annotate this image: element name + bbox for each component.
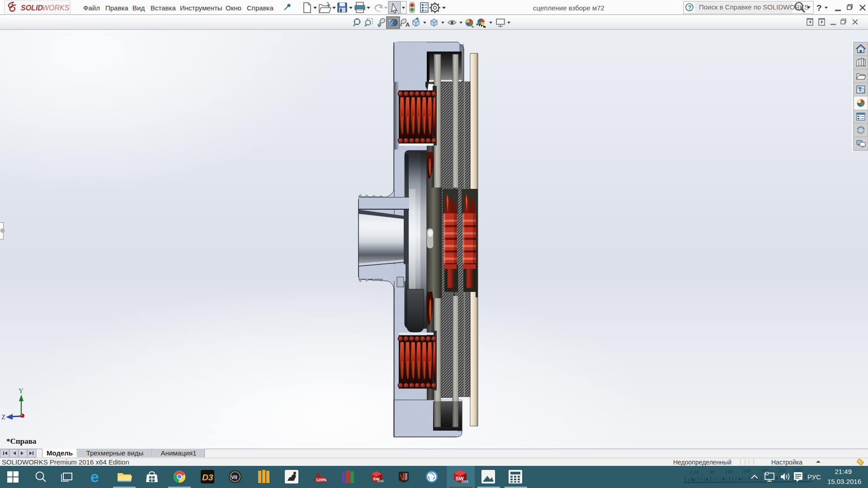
svg-text:Y: Y xyxy=(19,387,24,394)
svg-text:21:49: 21:49 xyxy=(835,468,852,475)
svg-text:220: 220 xyxy=(778,468,786,473)
svg-text:SOLID: SOLID xyxy=(21,4,43,12)
svg-text:2016: 2016 xyxy=(377,479,384,483)
svg-text:Z: Z xyxy=(1,413,5,421)
svg-text:Поиск в Справке по SOLIDWORKS: Поиск в Справке по SOLIDWORKS xyxy=(699,3,809,11)
svg-text:120%: 120% xyxy=(316,478,326,482)
svg-text:140: 140 xyxy=(743,468,751,474)
svg-text:100: 100 xyxy=(725,469,733,474)
svg-text:e: e xyxy=(90,468,99,485)
svg-text:A: A xyxy=(406,21,410,28)
svg-text:D3: D3 xyxy=(202,473,213,482)
svg-text:VII: VII xyxy=(231,474,237,480)
svg-text:0 20: 0 20 xyxy=(690,469,699,475)
svg-text:?: ? xyxy=(816,3,822,13)
svg-text:15.03.2016: 15.03.2016 xyxy=(827,478,861,485)
svg-text:?: ? xyxy=(688,5,691,11)
svg-text:260: 260 xyxy=(794,467,802,473)
svg-text:60: 60 xyxy=(710,469,715,474)
svg-text:WORKS: WORKS xyxy=(42,4,70,12)
svg-text:2016: 2016 xyxy=(461,480,468,483)
svg-text:РУС: РУС xyxy=(807,473,821,481)
